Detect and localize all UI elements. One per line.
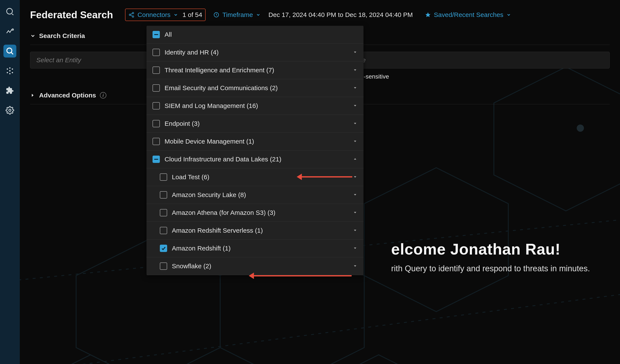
star-icon	[425, 12, 431, 18]
checkbox-icon	[153, 138, 160, 145]
connector-item-snowflake[interactable]: Snowflake (2)	[147, 257, 363, 275]
chevron-down-icon	[173, 13, 178, 17]
checkbox-checked-icon	[160, 245, 167, 252]
svg-point-0	[7, 8, 13, 14]
connector-item-label: Amazon Security Lake (8)	[172, 191, 246, 199]
caret-down-icon	[353, 263, 357, 268]
caret-down-icon	[353, 121, 357, 126]
chevron-down-icon	[30, 33, 36, 39]
connector-group-label: Mobile Device Management (1)	[165, 138, 254, 145]
caret-down-icon	[353, 246, 357, 250]
connector-group-email[interactable]: Email Security and Communications (2)	[147, 79, 363, 97]
expand-toggle[interactable]	[353, 67, 357, 74]
collapse-toggle[interactable]	[353, 156, 357, 163]
svg-marker-27	[425, 12, 430, 17]
puzzle-icon[interactable]	[3, 84, 16, 97]
settings-icon[interactable]	[3, 104, 16, 117]
welcome-heading: elcome Jonathan Rau!	[391, 240, 590, 258]
timeframe-dropdown-button[interactable]: Timeframe	[213, 11, 261, 18]
caret-down-icon	[353, 175, 357, 179]
expand-toggle[interactable]	[353, 138, 357, 145]
connector-group-mdm[interactable]: Mobile Device Management (1)	[147, 133, 363, 150]
connector-group-threat[interactable]: Threat Intelligence and Enrichment (7)	[147, 61, 363, 79]
checkbox-icon	[153, 102, 160, 109]
svg-line-25	[131, 15, 132, 16]
connector-item-redshift-serverless[interactable]: Amazon Redshift Serverless (1)	[147, 222, 363, 240]
expand-toggle[interactable]	[353, 84, 357, 92]
connector-item-athena[interactable]: Amazon Athena (for Amazon S3) (3)	[147, 204, 363, 222]
connector-group-identity[interactable]: Identity and HR (4)	[147, 44, 363, 61]
svg-marker-30	[354, 52, 356, 53]
connector-group-label: SIEM and Log Management (16)	[165, 102, 258, 109]
svg-point-23	[132, 16, 134, 17]
connector-group-label: Cloud Infrastructure and Data Lakes (21)	[165, 156, 281, 163]
connector-item-label: Amazon Redshift (1)	[172, 245, 231, 252]
clock-icon	[213, 12, 219, 18]
connector-group-label: Endpoint (3)	[165, 120, 200, 127]
connectors-dropdown-panel: All Identity and HR (4) Threat Intellige…	[147, 26, 363, 275]
connectors-label: Connectors	[138, 11, 170, 18]
svg-marker-17	[307, 355, 451, 364]
expand-toggle[interactable]	[353, 209, 357, 216]
caret-down-icon	[353, 103, 357, 108]
checkbox-icon	[160, 227, 167, 234]
connectors-dropdown-button[interactable]: Connectors 1 of 54	[125, 9, 206, 21]
expand-toggle[interactable]	[353, 102, 357, 109]
search-criteria-label: Search Criteria	[39, 32, 85, 40]
welcome-subtext: rith Query to identify and respond to th…	[391, 264, 590, 273]
svg-marker-41	[354, 248, 356, 249]
connector-item-seclake[interactable]: Amazon Security Lake (8)	[147, 186, 363, 204]
svg-point-7	[7, 72, 8, 73]
svg-point-8	[12, 72, 13, 73]
connectors-all-label: All	[165, 31, 172, 38]
entity-placeholder: Select an Entity	[36, 57, 81, 64]
graph-icon[interactable]	[3, 64, 16, 77]
caret-down-icon	[353, 86, 357, 90]
checkbox-icon	[160, 209, 167, 216]
advanced-options-label: Advanced Options	[39, 92, 96, 99]
checkbox-icon	[153, 49, 160, 56]
svg-marker-14	[364, 168, 509, 312]
svg-marker-39	[354, 212, 356, 213]
connector-item-redshift[interactable]: Amazon Redshift (1)	[147, 240, 363, 257]
connectors-count: 1 of 54	[182, 11, 202, 18]
svg-point-5	[7, 69, 8, 70]
svg-marker-40	[354, 230, 356, 231]
svg-point-1	[12, 29, 14, 30]
svg-point-11	[9, 109, 11, 111]
saved-searches-button[interactable]: Saved/Recent Searches	[425, 11, 511, 18]
logo-icon[interactable]	[3, 5, 16, 18]
checkbox-icon	[153, 120, 160, 127]
svg-marker-34	[354, 123, 356, 124]
caret-right-icon	[30, 93, 35, 98]
checkbox-indeterminate-icon	[153, 31, 160, 38]
connector-group-cloud[interactable]: Cloud Infrastructure and Data Lakes (21)	[147, 150, 363, 168]
svg-marker-16	[20, 355, 163, 364]
info-icon[interactable]: i	[100, 92, 106, 99]
svg-point-9	[9, 67, 11, 69]
expand-toggle[interactable]	[353, 245, 357, 252]
case-sensitive-toggle[interactable]: Case-sensitive	[340, 73, 610, 80]
connector-group-endpoint[interactable]: Endpoint (3)	[147, 115, 363, 133]
expand-toggle[interactable]	[353, 191, 357, 199]
checkbox-icon	[160, 262, 167, 270]
svg-point-20	[577, 124, 584, 132]
svg-marker-33	[354, 105, 356, 106]
expand-toggle[interactable]	[353, 120, 357, 127]
welcome-panel: elcome Jonathan Rau! rith Query to ident…	[391, 240, 590, 273]
expand-toggle[interactable]	[353, 262, 357, 270]
connectors-all-item[interactable]: All	[147, 26, 363, 44]
connector-item-label: Snowflake (2)	[172, 262, 211, 270]
annotation-arrow	[251, 275, 352, 277]
connector-group-label: Threat Intelligence and Enrichment (7)	[165, 67, 274, 74]
expand-toggle[interactable]	[353, 227, 357, 234]
value-input[interactable]: Value	[343, 52, 610, 69]
checkbox-icon	[153, 84, 160, 92]
expand-toggle[interactable]	[353, 174, 357, 181]
search-nav-icon[interactable]	[3, 45, 16, 58]
connector-group-siem[interactable]: SIEM and Log Management (16)	[147, 97, 363, 115]
analytics-icon[interactable]	[3, 25, 16, 38]
expand-toggle[interactable]	[353, 49, 357, 56]
caret-down-icon	[353, 228, 357, 233]
connector-group-label: Email Security and Communications (2)	[165, 84, 278, 92]
